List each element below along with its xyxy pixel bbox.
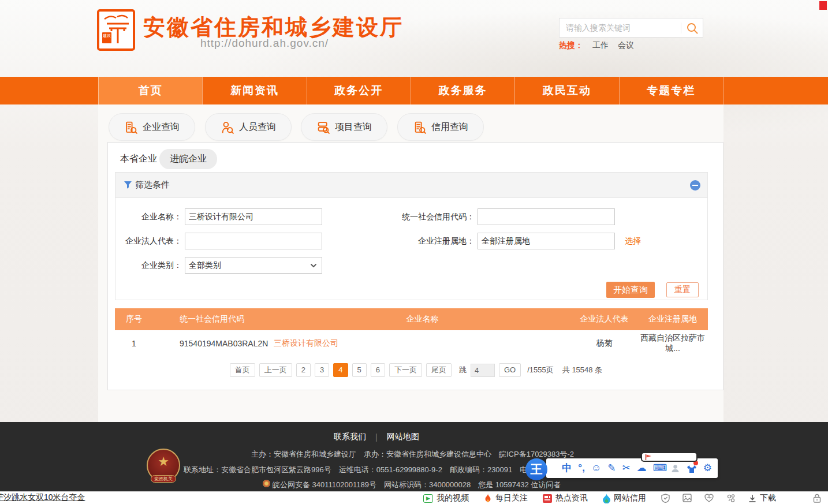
search-box <box>559 18 703 38</box>
emoji-icon[interactable]: ☺ <box>591 458 601 478</box>
col-company: 企业名称 <box>274 314 571 324</box>
reset-button[interactable]: 重置 <box>666 282 699 297</box>
hot-news-label: 热点资讯 <box>555 493 588 503</box>
cell-legal-rep: 杨菊 <box>571 338 637 349</box>
page-prev[interactable]: 上一页 <box>259 363 292 377</box>
water-drop-icon <box>603 494 610 503</box>
site-header: 建设 安徽省住房和城乡建设厅 http://dohurd.ah.gov.cn/ … <box>0 0 828 77</box>
col-legal-rep: 企业法人代表 <box>571 314 637 324</box>
news-icon <box>543 494 552 503</box>
table-header: 序号 统一社会信用代码 企业名称 企业法人代表 企业注册属地 <box>115 308 708 330</box>
footer-record-line: 皖公网安备 34011102001189号 网站标识码：3400000028 您… <box>273 480 561 490</box>
footer-contact-line: 联系地址：安徽省合肥市包河区紫云路996号 运维电话：0551-62999880… <box>184 465 527 475</box>
page-5[interactable]: 5 <box>352 363 367 377</box>
contact-us-link[interactable]: 联系我们 <box>334 432 366 442</box>
footer-sponsor-line: 主办：安徽省住房和城乡建设厅 承办：安徽省住房和城乡建设信息中心 皖ICP备17… <box>251 449 574 460</box>
search-input[interactable] <box>560 18 680 37</box>
go-button[interactable]: GO <box>499 363 521 377</box>
nav-item-home[interactable]: 首页 <box>98 77 202 104</box>
handwriting-icon[interactable]: ✎ <box>607 458 616 478</box>
hot-term-meeting[interactable]: 会议 <box>618 40 634 51</box>
sitemap-link[interactable]: 网站地图 <box>387 432 419 442</box>
flame-icon <box>484 494 492 503</box>
query-tab-project[interactable]: 项目查询 <box>301 113 387 141</box>
category-label: 企业类别： <box>115 260 182 271</box>
news-headline-link[interactable]: 芋汐跳水女双10米台夺金 <box>0 492 85 503</box>
page-2[interactable]: 2 <box>296 363 311 377</box>
cell-registration: 西藏自治区拉萨市城... <box>637 333 708 354</box>
query-tab-enterprise[interactable]: 企业查询 <box>109 113 195 141</box>
filter-section: 筛选条件 企业名称： 统一社会信用代码： 企业法人代表： 企业注册属地： 选择 … <box>115 172 708 300</box>
filter-title: 筛选条件 <box>135 180 170 191</box>
hot-news-button[interactable]: 热点资讯 <box>543 493 588 503</box>
nav-item-gov-services[interactable]: 政务服务 <box>411 77 514 104</box>
download-button[interactable]: 下载 <box>748 493 776 503</box>
shield-icon[interactable] <box>661 494 670 503</box>
ime-logo[interactable]: 王 <box>525 458 547 480</box>
col-credit-code: 统一社会信用代码 <box>153 314 274 324</box>
page: 建设 安徽省住房和城乡建设厅 http://dohurd.ah.gov.cn/ … <box>0 0 828 504</box>
registration-input[interactable] <box>478 233 615 249</box>
page-6[interactable]: 6 <box>371 363 385 377</box>
government-emblem[interactable]: ★ 党政机关 <box>147 449 180 482</box>
registration-label: 企业注册属地： <box>364 236 475 247</box>
site-credit-label: 网站信用 <box>614 493 646 503</box>
col-index: 序号 <box>115 314 153 324</box>
photo-icon[interactable] <box>682 494 692 503</box>
company-name-label: 企业名称： <box>115 212 182 222</box>
nav-item-topics[interactable]: 专题专栏 <box>619 77 723 104</box>
tab-incoming-enterprise[interactable]: 进皖企业 <box>159 149 217 169</box>
hot-term-work[interactable]: 工作 <box>592 40 609 51</box>
cell-index: 1 <box>115 339 153 348</box>
my-video-label: 我的视频 <box>437 493 469 503</box>
browser-status-bar: 芋汐跳水女双10米台夺金 ▶ 我的视频 每日关注 热点资讯 网站信用 <box>0 491 828 504</box>
footer-links: 联系我们 | 网站地图 <box>334 432 419 442</box>
query-tab-credit[interactable]: 信用查询 <box>397 113 484 141</box>
table-row[interactable]: 1 91540194MAB03RAL2N 三桥设计有限公司 杨菊 西藏自治区拉萨… <box>115 330 708 356</box>
chevron-down-icon <box>310 262 317 269</box>
query-tab-label: 项目查询 <box>335 121 372 133</box>
nav-item-interaction[interactable]: 政民互动 <box>514 77 618 104</box>
nav-item-gov-info[interactable]: 政务公开 <box>307 77 411 104</box>
punctuation-icon[interactable]: °, <box>578 458 585 478</box>
health-heart-icon[interactable] <box>704 494 714 503</box>
total-pages: /1555页 <box>527 365 554 375</box>
total-count: 共 15548 条 <box>562 365 602 375</box>
hot-search-label: 热搜： <box>559 40 583 51</box>
plugin-icon[interactable] <box>726 494 736 503</box>
chinese-mode-icon[interactable]: 中 <box>562 458 572 478</box>
collapse-filter-button[interactable] <box>690 180 700 191</box>
query-tab-personnel[interactable]: 人员查询 <box>205 113 292 141</box>
settings-icon[interactable]: ⚙ <box>703 458 712 478</box>
page-4-active[interactable]: 4 <box>333 363 348 377</box>
jump-page-input[interactable] <box>471 364 495 377</box>
person-search-icon <box>221 121 234 134</box>
category-select[interactable]: 全部类别 <box>185 257 322 274</box>
site-logo[interactable]: 建设 <box>97 9 135 51</box>
credit-code-input[interactable] <box>478 208 615 225</box>
daily-follow-button[interactable]: 每日关注 <box>484 493 528 503</box>
my-video-button[interactable]: ▶ 我的视频 <box>423 493 469 503</box>
search-icon[interactable] <box>686 22 699 35</box>
screenshot-icon[interactable]: ✂ <box>622 458 631 478</box>
company-name-input[interactable] <box>185 208 322 225</box>
page-next[interactable]: 下一页 <box>389 363 422 377</box>
legal-rep-input[interactable] <box>185 233 322 249</box>
cell-company-link[interactable]: 三桥设计有限公司 <box>274 338 571 349</box>
start-query-button[interactable]: 开始查询 <box>606 282 655 298</box>
hot-search-row: 热搜： 工作 会议 <box>559 40 634 51</box>
category-select-value: 全部类别 <box>189 260 221 270</box>
jump-label: 跳 <box>459 365 467 375</box>
page-first[interactable]: 首页 <box>230 363 255 377</box>
nav-item-news[interactable]: 新闻资讯 <box>202 77 306 104</box>
lock-icon[interactable] <box>813 494 821 504</box>
choose-registration-link[interactable]: 选择 <box>625 236 641 247</box>
cell-credit-code: 91540194MAB03RAL2N <box>153 339 274 348</box>
flag-icon <box>645 454 652 460</box>
tab-local-enterprise[interactable]: 本省企业 <box>120 153 157 165</box>
site-credit-button[interactable]: 网站信用 <box>603 493 646 503</box>
page-last[interactable]: 尾页 <box>426 363 452 377</box>
emblem-banner: 党政机关 <box>151 475 176 483</box>
page-3[interactable]: 3 <box>315 363 329 377</box>
credit-search-icon <box>413 121 426 134</box>
